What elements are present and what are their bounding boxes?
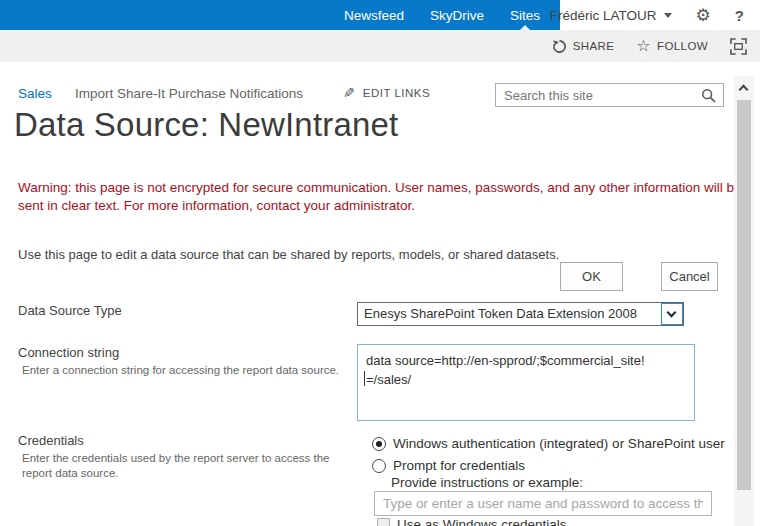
help-icon[interactable]: ? xyxy=(735,7,744,24)
data-source-type-value: Enesys SharePoint Token Data Extension 2… xyxy=(364,306,637,321)
connection-string-help: Enter a connection string for accessing … xyxy=(22,363,352,378)
scrollbar-thumb[interactable] xyxy=(737,100,751,490)
share-button[interactable]: SHARE xyxy=(552,39,615,54)
breadcrumb-site-link[interactable]: Sales xyxy=(18,86,52,101)
select-arrow-button[interactable] xyxy=(661,303,683,325)
ribbon-bar: SHARE ☆ FOLLOW xyxy=(0,30,760,62)
pencil-icon: ✎ xyxy=(343,85,355,101)
search-box xyxy=(495,83,724,107)
warning-message: Warning: this page is not encrypted for … xyxy=(18,179,742,215)
nav-newsfeed[interactable]: Newsfeed xyxy=(344,8,404,23)
focus-icon xyxy=(730,38,747,55)
share-label: SHARE xyxy=(573,40,615,52)
connection-string-label: Connection string xyxy=(18,345,119,360)
cancel-button[interactable]: Cancel xyxy=(661,262,718,291)
ok-button[interactable]: OK xyxy=(560,262,623,291)
connection-string-textarea[interactable]: data source=http://en-spprod/;$commercia… xyxy=(357,344,695,421)
radio-icon[interactable] xyxy=(372,437,386,451)
user-menu[interactable]: Frédéric LATOUR xyxy=(550,8,672,23)
nav-sites[interactable]: Sites xyxy=(510,8,540,23)
sharepoint-page: Newsfeed SkyDrive Sites Frédéric LATOUR … xyxy=(0,0,760,526)
gear-icon[interactable]: ⚙ xyxy=(696,7,711,24)
text-cursor xyxy=(364,371,365,386)
focus-mode-button[interactable] xyxy=(730,38,747,55)
star-icon: ☆ xyxy=(636,38,651,54)
chevron-down-icon xyxy=(667,308,677,318)
radio-prompt-for-credentials[interactable]: Prompt for credentials xyxy=(372,458,525,473)
suite-user-area: Frédéric LATOUR ⚙ ? xyxy=(560,0,760,30)
use-windows-credentials-option[interactable]: Use as Windows credentials xyxy=(377,517,567,526)
credentials-label: Credentials xyxy=(18,433,84,448)
follow-label: FOLLOW xyxy=(657,40,708,52)
data-source-type-select[interactable]: Enesys SharePoint Token Data Extension 2… xyxy=(357,302,684,326)
radio-windows-authentication[interactable]: Windows authentication (integrated) or S… xyxy=(372,436,725,451)
page-description: Use this page to edit a data source that… xyxy=(18,247,718,262)
radio-label[interactable]: Prompt for credentials xyxy=(393,458,525,473)
instructions-label: Provide instructions or example: xyxy=(391,475,583,490)
edit-links-button[interactable]: ✎ EDIT LINKS xyxy=(343,85,430,101)
chevron-down-icon xyxy=(664,13,672,18)
edit-links-label: EDIT LINKS xyxy=(363,87,430,99)
page-title: Data Source: NewIntranet xyxy=(14,106,399,144)
credentials-instructions-input[interactable] xyxy=(374,491,712,516)
nav-skydrive[interactable]: SkyDrive xyxy=(430,8,484,23)
scroll-up-arrow-icon[interactable] xyxy=(739,85,749,95)
share-icon xyxy=(552,39,567,54)
breadcrumb-section-link[interactable]: Import Share-It Purchase Notifications xyxy=(75,86,303,101)
search-icon[interactable] xyxy=(701,88,717,104)
checkbox-icon[interactable] xyxy=(377,518,390,526)
breadcrumb: Sales Import Share-It Purchase Notificat… xyxy=(0,78,760,108)
suite-bar: Newsfeed SkyDrive Sites Frédéric LATOUR … xyxy=(0,0,760,30)
data-source-type-label: Data Source Type xyxy=(18,303,122,318)
radio-icon[interactable] xyxy=(372,459,386,473)
suite-nav: Newsfeed SkyDrive Sites xyxy=(0,0,560,30)
checkbox-label[interactable]: Use as Windows credentials xyxy=(397,517,567,526)
user-name: Frédéric LATOUR xyxy=(550,8,657,23)
follow-button[interactable]: ☆ FOLLOW xyxy=(636,38,708,54)
search-input[interactable] xyxy=(496,84,696,106)
radio-label[interactable]: Windows authentication (integrated) or S… xyxy=(393,436,725,451)
vertical-scrollbar[interactable] xyxy=(734,76,754,526)
credentials-help: Enter the credentials used by the report… xyxy=(22,451,356,481)
